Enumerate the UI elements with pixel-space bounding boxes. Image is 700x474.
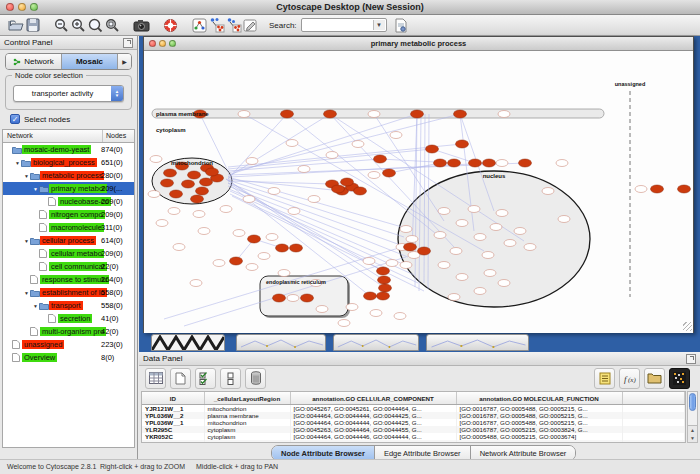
zoom-selected-icon[interactable] <box>104 17 121 34</box>
minimized-network-window-2[interactable] <box>236 334 326 351</box>
table-cell[interactable]: [GO:0044464, GO:0044446, GO:0044444, G..… <box>290 433 456 440</box>
table-cell[interactable]: mitochondrion <box>204 405 290 413</box>
help-icon[interactable] <box>162 17 179 34</box>
select-nodes-checkbox[interactable]: ✓ <box>10 114 20 124</box>
table-cell[interactable]: YJR121W__1 <box>142 405 204 413</box>
layout-icon-1[interactable] <box>208 17 225 34</box>
network-node-unselected[interactable] <box>438 262 450 269</box>
network-node-selected[interactable] <box>519 159 532 167</box>
table-row[interactable]: YDR039C__1mitochondrion[GO:0044464, GO:0… <box>142 440 685 443</box>
tree-expand-arrow-icon[interactable]: ▼ <box>23 238 30 244</box>
network-node-selected[interactable] <box>448 159 461 167</box>
tree-row-biological-process[interactable]: ▼biological_process651(0) <box>3 156 134 169</box>
network-node-selected[interactable] <box>426 145 439 153</box>
network-window-titlebar[interactable]: primary metabolic process <box>144 37 693 51</box>
scrollbar-thumb[interactable] <box>689 393 696 411</box>
open-file-icon[interactable] <box>7 17 24 34</box>
network-node-unselected[interactable] <box>173 244 185 251</box>
network-node-unselected[interactable] <box>368 172 380 179</box>
table-scrollbar[interactable]: ▲▼ <box>687 391 698 443</box>
network-node-selected[interactable] <box>188 171 201 179</box>
tab-network-attribute-browser[interactable]: Network Attribute Browser <box>471 446 576 460</box>
network-node-selected[interactable] <box>651 185 664 193</box>
network-node-selected[interactable] <box>161 179 174 187</box>
network-node-selected[interactable] <box>469 159 482 167</box>
network-node-unselected[interactable] <box>287 295 299 302</box>
network-node-unselected[interactable] <box>386 260 398 267</box>
minimize-button[interactable] <box>18 3 26 11</box>
tree-row-mosaic-demo-yeast[interactable]: mosaic-demo-yeast874(0) <box>3 143 134 156</box>
search-options-icon[interactable] <box>393 17 410 34</box>
network-node-selected[interactable] <box>281 110 294 118</box>
table-cell[interactable]: mitochondrion <box>204 419 290 426</box>
network-node-unselected[interactable] <box>148 191 160 198</box>
tree-row-nitrogen-compo[interactable]: nitrogen compo209(0) <box>3 208 134 221</box>
network-node-selected[interactable] <box>434 159 447 167</box>
network-node-unselected[interactable] <box>484 270 496 277</box>
network-node-unselected[interactable] <box>308 196 320 203</box>
tree-column-network[interactable]: Network <box>3 130 103 142</box>
network-node-unselected[interactable] <box>190 280 202 287</box>
table-cell[interactable]: cytoplasm <box>204 433 290 440</box>
network-node-unselected[interactable] <box>246 264 258 271</box>
node-color-dropdown[interactable]: transporter activity ▲▼ <box>13 85 124 102</box>
tree-expand-arrow-icon[interactable]: ▼ <box>32 186 39 192</box>
network-node-unselected[interactable] <box>193 211 205 218</box>
table-cell[interactable]: [GO:0016787, GO:0005215, GO:0003824, G..… <box>456 426 622 433</box>
annotation-icon[interactable] <box>242 17 259 34</box>
network-node-unselected[interactable] <box>220 206 232 213</box>
network-node-selected[interactable] <box>290 244 303 252</box>
close-button[interactable] <box>6 3 14 11</box>
table-cell[interactable]: [GO:0016787, GO:0005488, GO:0005215, G..… <box>456 412 622 419</box>
tree-row-secretion[interactable]: secretion41(0) <box>3 312 134 325</box>
scrollbar-buttons[interactable]: ▲▼ <box>688 425 697 442</box>
network-node-selected[interactable] <box>230 257 243 265</box>
tree-row-multi-organism-pro[interactable]: multi-organism pro42(0) <box>3 325 134 338</box>
network-node-selected[interactable] <box>483 159 496 167</box>
dropdown-stepper-icon[interactable]: ▲▼ <box>111 86 123 101</box>
network-node-unselected[interactable] <box>474 288 486 295</box>
network-node-selected[interactable] <box>324 110 337 118</box>
tree-row-nucleobase-co[interactable]: nucleobase-co209(0) <box>3 195 134 208</box>
resize-grip-icon[interactable] <box>683 322 692 331</box>
network-node-unselected[interactable] <box>368 111 380 118</box>
table-row[interactable]: YJR121W__1mitochondrion[GO:0045267, GO:0… <box>142 405 685 413</box>
network-node-selected[interactable] <box>364 292 377 300</box>
network-node-unselected[interactable] <box>468 206 480 213</box>
tree-row-metabolic-process[interactable]: ▼metabolic process280(0) <box>3 169 134 182</box>
network-node-selected[interactable] <box>191 195 204 203</box>
zoom-fit-icon[interactable] <box>87 17 104 34</box>
network-node-selected[interactable] <box>196 187 209 195</box>
network-node-unselected[interactable] <box>298 166 310 173</box>
delete-attribute-icon[interactable] <box>245 368 266 389</box>
network-node-unselected[interactable] <box>156 220 168 227</box>
matrix-icon[interactable] <box>669 368 690 389</box>
network-node-unselected[interactable] <box>394 313 406 320</box>
tree-row-establishment-of-lo[interactable]: ▼establishment of lo558(0) <box>3 286 134 299</box>
tree-row-transport[interactable]: ▼transport558(0) <box>3 299 134 312</box>
network-node-unselected[interactable] <box>286 140 298 147</box>
float-panel-icon[interactable] <box>123 38 133 48</box>
tree-expand-arrow-icon[interactable]: ▼ <box>23 290 30 296</box>
network-node-unselected[interactable] <box>434 232 446 239</box>
network-node-unselected[interactable] <box>514 228 526 235</box>
close-button[interactable] <box>149 40 156 47</box>
table-cell[interactable]: mitochondrion <box>204 440 290 443</box>
table-cell[interactable]: [GO:0005488, GO:0005215, GO:0003674] <box>456 433 622 440</box>
network-node-unselected[interactable] <box>243 196 255 203</box>
table-cell[interactable]: [GO:0044464, GO:0044444, GO:0044425, G..… <box>290 419 456 426</box>
network-overview-icon[interactable] <box>191 17 208 34</box>
network-node-selected[interactable] <box>383 169 396 177</box>
network-node-unselected[interactable] <box>450 248 462 255</box>
column-header[interactable]: annotation.GO MOLECULAR_FUNCTION <box>456 392 622 405</box>
network-node-selected[interactable] <box>182 180 195 188</box>
network-node-unselected[interactable] <box>504 240 516 247</box>
network-node-unselected[interactable] <box>524 244 536 251</box>
network-node-unselected[interactable] <box>198 228 210 235</box>
network-node-unselected[interactable] <box>238 111 250 118</box>
network-node-unselected[interactable] <box>456 220 468 227</box>
search-dropdown-arrow[interactable]: ▼ <box>373 20 385 30</box>
column-header[interactable]: _cellularLayoutRegion <box>204 392 290 405</box>
minimized-network-window-3[interactable] <box>333 334 419 351</box>
network-node-selected[interactable] <box>404 243 417 251</box>
